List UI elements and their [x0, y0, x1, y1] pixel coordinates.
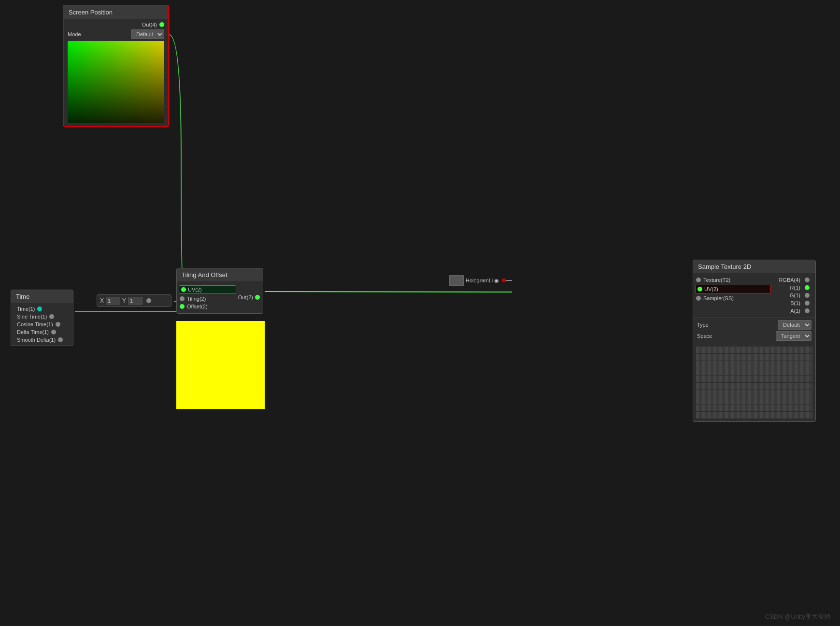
- space-dropdown[interactable]: Tangent World: [776, 331, 812, 341]
- hologram-label: HologramLi ◉: [466, 278, 499, 284]
- y-input[interactable]: [128, 297, 142, 305]
- screen-position-node: Screen Position Out(4) Mode Default Raw: [63, 5, 169, 127]
- sine-time-label: Sine Time(1): [17, 314, 47, 320]
- r1-row: R(1): [776, 284, 812, 292]
- tiling-input-dot[interactable]: [180, 296, 185, 301]
- mode-dropdown[interactable]: Default Raw: [131, 29, 164, 39]
- hologram-port-dot[interactable]: [502, 278, 506, 282]
- smooth-delta-dot[interactable]: [58, 337, 63, 342]
- texture-stripes: [693, 345, 815, 421]
- b1-row: B(1): [776, 299, 812, 307]
- cosine-time-dot[interactable]: [56, 322, 60, 327]
- mode-label: Mode: [68, 31, 81, 37]
- texture-t2-row: Texture(T2): [693, 276, 773, 284]
- type-dropdown[interactable]: Default Normal: [778, 320, 812, 330]
- tiling-title-text: Tiling And Offset: [182, 271, 228, 278]
- g1-row: G(1): [776, 292, 812, 299]
- color-preview-gradient: [68, 41, 164, 123]
- time-port-time: Time(1): [14, 305, 70, 313]
- sampler-ss-dot[interactable]: [696, 296, 701, 301]
- sine-time-dot[interactable]: [49, 314, 54, 319]
- rgba4-dot[interactable]: [805, 278, 810, 282]
- y-label: Y: [122, 297, 126, 304]
- time-label: Time(1): [17, 306, 35, 312]
- sample-texture-title-text: Sample Texture 2D: [698, 263, 751, 270]
- b1-dot[interactable]: [805, 301, 810, 306]
- time-dot[interactable]: [37, 306, 42, 311]
- x-input[interactable]: [106, 297, 120, 305]
- tiling-input-row: Tiling(2): [177, 295, 238, 303]
- offset-label: Offset(2): [187, 304, 208, 309]
- texture-t2-dot[interactable]: [696, 278, 701, 282]
- a1-row: A(1): [776, 307, 812, 315]
- b1-label: B(1): [790, 300, 800, 306]
- time-node: Time Time(1) Sine Time(1) Cosine Time(1)…: [11, 290, 73, 346]
- tiling-label: Tiling(2): [187, 296, 206, 302]
- watermark: CSDN @Unity李大俊师: [765, 612, 830, 621]
- screen-position-title-text: Screen Position: [69, 9, 113, 16]
- out4-port[interactable]: [159, 22, 164, 27]
- tiling-out-label: Out(2): [238, 294, 253, 300]
- a1-dot[interactable]: [805, 308, 810, 313]
- type-label: Type: [697, 322, 709, 328]
- uv2-input-dot[interactable]: [181, 287, 186, 292]
- tiling-offset-node: Tiling And Offset UV(2) Tiling(2) Offset…: [176, 268, 263, 314]
- time-port-smooth: Smooth Delta(1): [14, 336, 70, 344]
- r1-label: R(1): [790, 285, 800, 291]
- time-node-title: Time: [11, 290, 73, 303]
- sample-texture-node: Sample Texture 2D Texture(T2) UV(2) Samp…: [693, 260, 816, 422]
- vector-node: X Y: [97, 294, 171, 307]
- screen-position-title: Screen Position: [64, 6, 168, 19]
- vector-out-port[interactable]: [146, 298, 151, 303]
- time-title-text: Time: [16, 293, 29, 300]
- tiling-title: Tiling And Offset: [177, 268, 263, 281]
- uv2-label: UV(2): [188, 287, 202, 292]
- hologram-node: HologramLi ◉: [449, 275, 506, 286]
- x-label: X: [100, 297, 104, 304]
- texture-t2-label: Texture(T2): [703, 277, 730, 283]
- r1-dot[interactable]: [805, 285, 810, 290]
- sampler-ss-label: Sampler(SS): [703, 295, 734, 301]
- smooth-delta-label: Smooth Delta(1): [17, 337, 56, 343]
- delta-time-label: Delta Time(1): [17, 329, 49, 335]
- watermark-text: CSDN @Unity李大俊师: [765, 613, 830, 620]
- time-port-cosine: Cosine Time(1): [14, 320, 70, 328]
- rgba4-row: RGBA(4): [776, 276, 812, 284]
- offset-input-row: Offset(2): [177, 303, 238, 310]
- time-port-sine: Sine Time(1): [14, 313, 70, 320]
- g1-label: G(1): [790, 292, 800, 298]
- space-label: Space: [697, 333, 712, 339]
- yellow-preview: [176, 321, 265, 409]
- out4-label: Out(4): [142, 22, 157, 28]
- cosine-time-label: Cosine Time(1): [17, 321, 53, 327]
- hologram-thumbnail: [449, 275, 464, 286]
- a1-label: A(1): [790, 308, 800, 314]
- uv2-sample-dot[interactable]: [698, 287, 702, 292]
- time-port-delta: Delta Time(1): [14, 328, 70, 336]
- uv2-sample-row: UV(2): [695, 285, 771, 293]
- uv2-sample-label: UV(2): [704, 286, 718, 292]
- sample-texture-title: Sample Texture 2D: [693, 260, 815, 273]
- delta-time-dot[interactable]: [51, 330, 56, 334]
- uv2-input-row: UV(2): [179, 285, 236, 294]
- g1-dot[interactable]: [805, 293, 810, 298]
- tiling-out-dot[interactable]: [255, 295, 260, 300]
- sampler-ss-row: Sampler(SS): [693, 294, 773, 302]
- rgba4-label: RGBA(4): [779, 277, 800, 283]
- offset-input-dot[interactable]: [180, 304, 185, 309]
